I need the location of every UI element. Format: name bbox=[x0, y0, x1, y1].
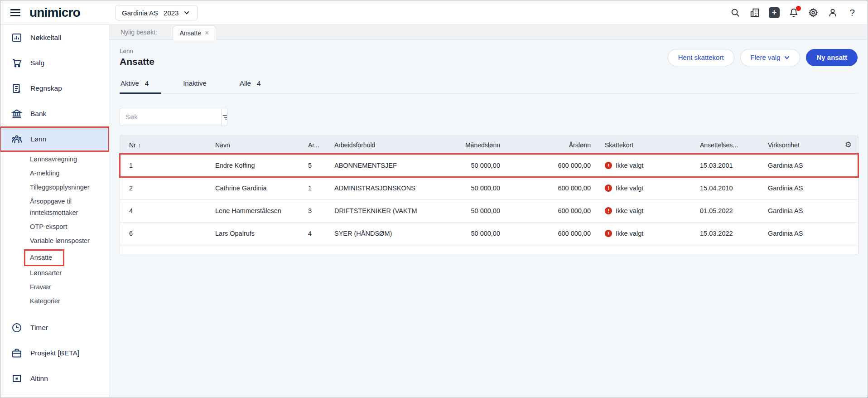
sidebar: Nøkkeltall Salg Regnskap Bank Lønn Lønns… bbox=[0, 25, 109, 398]
cell-skattekort: ! Ikke valgt bbox=[593, 207, 700, 214]
sidebar-item-altinn[interactable]: Altinn bbox=[0, 367, 109, 390]
cell-nr: 1 bbox=[120, 162, 206, 169]
company-switch-icon[interactable] bbox=[749, 7, 760, 18]
column-settings-gear-icon[interactable]: ⚙ bbox=[836, 140, 859, 150]
add-new-icon[interactable]: + bbox=[769, 7, 780, 18]
cell-navn: Cathrine Gardinia bbox=[206, 184, 299, 192]
sidebar-item-nokkeltall[interactable]: Nøkkeltall bbox=[0, 26, 109, 49]
sidebar-item-bank[interactable]: Bank bbox=[0, 102, 109, 126]
skattekort-status: Ikke valgt bbox=[616, 184, 643, 192]
search-input[interactable] bbox=[120, 108, 221, 126]
bank-icon bbox=[11, 108, 22, 119]
tab-count: 4 bbox=[257, 79, 260, 88]
company-name: Gardinia AS bbox=[122, 9, 158, 17]
sidebar-item-salg[interactable]: Salg bbox=[0, 51, 109, 75]
help-icon[interactable]: ? bbox=[847, 7, 858, 18]
bar-chart-icon bbox=[11, 32, 22, 43]
cell-arslonn: 600 000,00 bbox=[503, 162, 593, 169]
table-header-row: Nr↑ Navn Ar... Arbeidsforhold Månedslønn… bbox=[120, 136, 858, 154]
column-header-virksomhet[interactable]: Virksomhet bbox=[759, 141, 836, 149]
column-header-arbeidsforhold[interactable]: Arbeidsforhold bbox=[325, 141, 430, 149]
company-year: 2023 bbox=[164, 9, 178, 17]
flere-valg-button[interactable]: Flere valg bbox=[740, 49, 800, 66]
submenu-item-lonnsavregning[interactable]: Lønnsavregning bbox=[30, 154, 96, 165]
chevron-down-icon bbox=[784, 55, 790, 60]
cell-arbeidsforhold: SYER (HÅNDSØM) bbox=[325, 230, 430, 237]
column-header-arslonn[interactable]: Årslønn bbox=[503, 141, 593, 149]
tab-alle[interactable]: Alle 4 bbox=[239, 79, 266, 93]
sidebar-item-lonn[interactable]: Lønn bbox=[0, 127, 109, 151]
notifications-bell-icon[interactable] bbox=[788, 7, 799, 18]
submenu-item-variable-lonnsposter[interactable]: Variable lønnsposter bbox=[30, 235, 111, 247]
cell-arslonn: 600 000,00 bbox=[503, 184, 593, 192]
hamburger-menu-icon[interactable] bbox=[10, 7, 20, 18]
column-header-ar[interactable]: Ar... bbox=[299, 141, 325, 149]
company-selector[interactable]: Gardinia AS 2023 bbox=[115, 5, 198, 20]
cell-ar: 1 bbox=[299, 184, 325, 192]
cell-ansettelse: 15.03.2001 bbox=[700, 162, 759, 169]
recently-visited-strip: Nylig besøkt: Ansatte × bbox=[109, 25, 868, 40]
recent-tab-ansatte[interactable]: Ansatte × bbox=[173, 25, 216, 40]
cell-nr: 2 bbox=[120, 184, 206, 192]
top-bar: unimicro Gardinia AS 2023 + bbox=[0, 0, 868, 25]
submenu-item-arsoppgave[interactable]: Årsoppgave til inntektsmottaker bbox=[30, 196, 96, 218]
hent-skattekort-button[interactable]: Hent skattekort bbox=[668, 49, 734, 66]
submenu-item-kategorier[interactable]: Kategorier bbox=[30, 296, 96, 307]
skattekort-status: Ikke valgt bbox=[616, 162, 643, 169]
cell-virksomhet: Gardinia AS bbox=[759, 184, 836, 192]
ny-ansatt-button[interactable]: Ny ansatt bbox=[806, 49, 858, 66]
app-window: unimicro Gardinia AS 2023 + bbox=[0, 0, 868, 398]
table-footer-space bbox=[120, 245, 858, 254]
cell-manedslonn: 50 000,00 bbox=[430, 207, 503, 214]
cell-nr: 6 bbox=[120, 230, 206, 237]
skattekort-status: Ikke valgt bbox=[616, 230, 643, 237]
submenu-item-lonnsarter[interactable]: Lønnsarter bbox=[30, 267, 96, 279]
column-header-skattekort[interactable]: Skattekort bbox=[593, 141, 700, 149]
column-header-nr[interactable]: Nr↑ bbox=[120, 141, 206, 149]
submenu-item-fravaer[interactable]: Fravær bbox=[30, 282, 96, 293]
filter-icon[interactable] bbox=[221, 108, 227, 126]
title-block: Lønn Ansatte bbox=[120, 48, 154, 67]
cell-ansettelse: 15.03.2022 bbox=[700, 230, 759, 237]
tab-inaktive[interactable]: Inaktive bbox=[182, 79, 218, 93]
topbar-icon-group: + ? bbox=[730, 0, 858, 25]
column-header-manedslonn[interactable]: Månedslønn bbox=[430, 141, 503, 149]
cell-ar: 4 bbox=[299, 230, 325, 237]
table-row[interactable]: 1 Endre Koffing 5 ABONNEMENTSJEF 50 000,… bbox=[120, 154, 858, 177]
tab-aktive[interactable]: Aktive 4 bbox=[120, 79, 161, 94]
submenu-item-tilleggsopplysninger[interactable]: Tilleggsopplysninger bbox=[30, 182, 111, 193]
sidebar-item-prosjekt[interactable]: Prosjekt [BETA] bbox=[0, 341, 109, 365]
sidebar-item-regnskap[interactable]: Regnskap bbox=[0, 77, 109, 100]
sidebar-item-timer[interactable]: Timer bbox=[0, 316, 109, 340]
sidebar-item-label: Bank bbox=[30, 110, 46, 118]
profile-icon[interactable] bbox=[827, 7, 838, 18]
sidebar-item-label: Nøkkeltall bbox=[30, 34, 61, 42]
column-header-navn[interactable]: Navn bbox=[206, 141, 299, 149]
cell-ansettelse: 01.05.2022 bbox=[700, 207, 759, 214]
cell-arbeidsforhold: ADMINISTRASJONSKONS bbox=[325, 184, 430, 192]
recent-tab-label: Ansatte bbox=[180, 29, 201, 37]
submenu-item-a-melding[interactable]: A-melding bbox=[30, 168, 96, 179]
cell-skattekort: ! Ikke valgt bbox=[593, 230, 700, 237]
column-header-ansettelses[interactable]: Ansettelses... bbox=[700, 141, 759, 149]
cell-navn: Lars Opalrufs bbox=[206, 230, 299, 237]
close-icon[interactable]: × bbox=[205, 29, 209, 37]
clock-icon bbox=[11, 322, 22, 333]
error-icon: ! bbox=[605, 207, 612, 214]
submenu-item-ansatte[interactable]: Ansatte bbox=[24, 249, 64, 266]
cell-skattekort: ! Ikke valgt bbox=[593, 162, 700, 169]
error-icon: ! bbox=[605, 184, 612, 192]
submenu-item-otp-eksport[interactable]: OTP-eksport bbox=[30, 221, 96, 233]
table-row[interactable]: 4 Lene Hammerstålesen 3 DRIFTSTEKNIKER (… bbox=[120, 199, 858, 222]
table-row[interactable]: 6 Lars Opalrufs 4 SYER (HÅNDSØM) 50 000,… bbox=[120, 222, 858, 245]
cell-virksomhet: Gardinia AS bbox=[759, 230, 836, 237]
filter-tabs: Aktive 4 Inaktive Alle 4 bbox=[120, 79, 858, 94]
people-group-icon bbox=[11, 134, 22, 145]
cell-nr: 4 bbox=[120, 207, 206, 214]
table-row[interactable]: 2 Cathrine Gardinia 1 ADMINISTRASJONSKON… bbox=[120, 177, 858, 199]
altinn-icon bbox=[11, 373, 22, 384]
search-icon[interactable] bbox=[730, 7, 741, 18]
settings-gear-icon[interactable] bbox=[808, 7, 819, 18]
breadcrumb: Lønn bbox=[120, 48, 154, 54]
search-row bbox=[120, 108, 858, 126]
